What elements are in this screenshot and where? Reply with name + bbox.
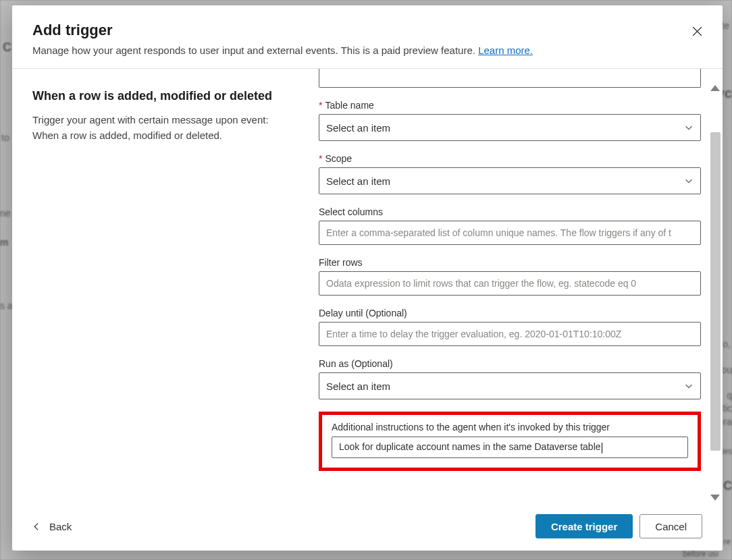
partial-field-top[interactable]: [319, 69, 701, 88]
close-icon: [691, 26, 703, 37]
scope-label: Scope: [319, 153, 701, 164]
filter-rows-label: Filter rows: [319, 257, 701, 268]
select-columns-label: Select columns: [319, 206, 701, 217]
add-trigger-dialog: Add trigger Manage how your agent respon…: [12, 5, 723, 551]
form-area: Table name Select an item Scope Select a…: [319, 69, 702, 502]
bg-text: C: [3, 40, 11, 55]
scope-select[interactable]: Select an item: [319, 167, 701, 194]
filter-rows-group: Filter rows: [319, 257, 701, 296]
bg-text: before usi: [683, 549, 718, 559]
table-name-group: Table name Select an item: [319, 100, 701, 141]
close-button[interactable]: [690, 24, 704, 38]
chevron-down-icon: [684, 123, 694, 132]
bg-text: te: [721, 20, 729, 31]
scroll-thumb[interactable]: [710, 132, 721, 451]
table-name-value: Select an item: [326, 122, 390, 134]
dialog-title: Add trigger: [32, 22, 690, 39]
bg-text: o,: [723, 339, 731, 349]
chevron-down-icon: [684, 176, 694, 186]
bg-text: ne: [0, 208, 11, 219]
bg-text: tes: [721, 447, 732, 456]
bg-text: tic: [723, 403, 732, 414]
filter-rows-input[interactable]: [319, 271, 701, 296]
back-label: Back: [49, 521, 72, 532]
chevron-left-icon: [32, 522, 41, 531]
select-columns-group: Select columns: [319, 206, 701, 245]
instructions-input[interactable]: Look for duplicate account names in the …: [332, 437, 688, 458]
delay-until-label: Delay until (Optional): [319, 308, 701, 318]
chevron-down-icon: [684, 381, 694, 391]
back-button[interactable]: Back: [32, 521, 72, 532]
bg-text: C: [723, 479, 732, 493]
dialog-footer: Back Create trigger Cancel: [12, 502, 723, 551]
bg-text: ou: [721, 364, 732, 375]
subtitle-text: Manage how your agent responds to user i…: [32, 45, 478, 56]
delay-until-group: Delay until (Optional): [319, 308, 701, 346]
trigger-name-title: When a row is added, modified or deleted: [32, 89, 282, 103]
run-as-label: Run as (Optional): [319, 358, 701, 369]
dialog-header: Add trigger Manage how your agent respon…: [12, 5, 723, 69]
bg-text: q: [727, 390, 732, 401]
bg-text: m: [0, 237, 8, 248]
dialog-body: When a row is added, modified or deleted…: [12, 69, 723, 502]
dialog-subtitle: Manage how your agent responds to user i…: [32, 45, 690, 56]
select-columns-input[interactable]: [319, 221, 701, 245]
cancel-button[interactable]: Cancel: [639, 514, 702, 538]
instructions-value: Look for duplicate account names in the …: [339, 441, 602, 453]
bg-text: re: [723, 537, 731, 547]
table-name-select[interactable]: Select an item: [319, 114, 701, 141]
scope-group: Scope Select an item: [319, 153, 701, 194]
create-trigger-button[interactable]: Create trigger: [535, 514, 633, 538]
run-as-group: Run as (Optional) Select an item: [319, 358, 701, 399]
bg-text: to: [1, 132, 9, 143]
learn-more-link[interactable]: Learn more.: [478, 45, 533, 56]
instructions-highlight: Additional instructions to the agent whe…: [319, 412, 701, 471]
dialog-header-text: Add trigger Manage how your agent respon…: [32, 22, 690, 56]
left-panel: When a row is added, modified or deleted…: [12, 69, 303, 502]
instructions-label: Additional instructions to the agent whe…: [332, 422, 688, 432]
bg-text: s a: [0, 300, 13, 311]
scroll-up-arrow[interactable]: [710, 85, 720, 91]
scroll-down-arrow[interactable]: [710, 495, 720, 501]
footer-actions: Create trigger Cancel: [535, 514, 702, 538]
trigger-description: Trigger your agent with certain message …: [32, 113, 282, 143]
right-panel: Table name Select an item Scope Select a…: [303, 69, 723, 502]
scope-value: Select an item: [326, 175, 390, 187]
run-as-select[interactable]: Select an item: [319, 372, 701, 399]
delay-until-input[interactable]: [319, 322, 701, 346]
run-as-value: Select an item: [326, 381, 390, 392]
table-name-label: Table name: [319, 100, 701, 111]
